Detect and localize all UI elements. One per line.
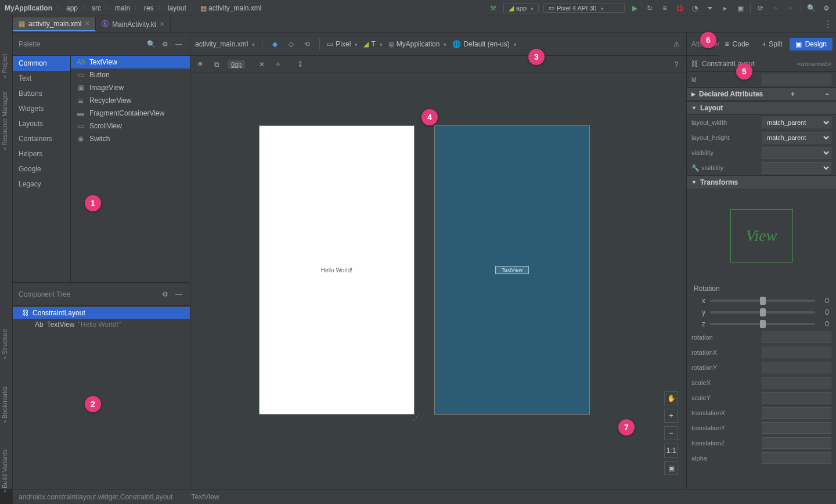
section-layout[interactable]: ▼Layout (687, 101, 836, 115)
stop-icon[interactable]: ≡ (660, 3, 670, 13)
zoom-in-button[interactable]: + (664, 409, 678, 423)
palette-item[interactable]: ▣ImageView (71, 81, 190, 94)
tool-window-resource-manager[interactable]: ▫ Resource Manager (1, 91, 8, 150)
palette-item[interactable]: ▭Button (71, 69, 190, 81)
tools-visibility-select[interactable] (762, 162, 831, 174)
design-mode-icon[interactable]: ◆ (269, 39, 280, 49)
run-config-dropdown[interactable]: ◢ app (503, 3, 539, 13)
device-dropdown[interactable]: ▭ Pixel 4 API 30 (543, 3, 625, 13)
minimize-icon[interactable]: — (174, 290, 184, 298)
palette-category[interactable]: Containers (13, 131, 70, 146)
attr-input[interactable] (762, 392, 831, 404)
blueprint-textview[interactable]: TextView (495, 266, 529, 274)
orientation-icon[interactable]: ⟲ (302, 39, 312, 49)
avd-icon[interactable]: ▫ (770, 3, 781, 13)
remove-attr-button[interactable]: − (823, 90, 831, 98)
palette-category[interactable]: Helpers (13, 146, 70, 161)
section-transforms[interactable]: ▼Transforms (687, 175, 836, 189)
breadcrumb-item[interactable]: res (144, 4, 154, 12)
palette-category[interactable]: Layouts (13, 116, 70, 131)
palette-item[interactable]: ≣RecyclerView (71, 94, 190, 107)
search-icon[interactable]: 🔍 (146, 40, 156, 48)
attr-input[interactable] (762, 347, 831, 358)
layout-height-select[interactable]: match_parent (762, 132, 831, 143)
attr-input[interactable] (762, 452, 831, 464)
section-declared[interactable]: ▶Declared Attributes + − (687, 87, 836, 101)
slider-track[interactable] (710, 300, 815, 302)
resize-handle-icon[interactable]: ⋰ (413, 413, 420, 421)
tool-window-build-variants[interactable]: ▫ Build Variants (1, 449, 8, 492)
slider-thumb[interactable] (760, 297, 766, 305)
close-icon[interactable]: ✕ (160, 21, 164, 27)
breadcrumb-item[interactable]: layout (168, 4, 186, 12)
slider-thumb[interactable] (760, 308, 766, 316)
view-code-button[interactable]: ≡ Code (719, 38, 755, 51)
tabs-overflow-icon[interactable]: ⋮ (823, 19, 833, 30)
zoom-1to1-button[interactable]: 1:1 (664, 444, 678, 458)
warnings-icon[interactable]: ⚠ (671, 39, 682, 49)
theme-dd[interactable]: ◎ MyApplication (388, 40, 447, 48)
palette-category[interactable]: Widgets (13, 101, 70, 116)
slider-track[interactable] (710, 311, 815, 314)
attr-input[interactable] (762, 407, 831, 419)
align-icon[interactable]: ↧ (295, 59, 305, 70)
minimize-icon[interactable]: — (174, 40, 184, 48)
preview-design[interactable]: Hello World! ⋰ (259, 125, 415, 415)
margin-chip[interactable]: 0dp (228, 60, 245, 69)
attr-input[interactable] (762, 422, 831, 434)
editor-tab[interactable]: ▦activity_main.xml✕ (13, 17, 96, 31)
attach-icon[interactable]: ▸ (720, 3, 730, 13)
clear-constraints-icon[interactable]: ✕ (257, 59, 267, 70)
search-icon[interactable]: 🔍 (806, 3, 816, 13)
eye-icon[interactable]: 👁 (195, 59, 206, 70)
device-dd[interactable]: ▭ Pixel (327, 40, 358, 48)
api-dd[interactable]: ◢ T (363, 40, 382, 48)
zoom-fit-button[interactable]: ▣ (664, 461, 678, 475)
tool-window-structure[interactable]: ▫ Structure (1, 329, 8, 359)
breadcrumb-item[interactable]: main (115, 4, 130, 12)
locale-dd[interactable]: 🌐 Default (en-us) (452, 40, 516, 48)
profile-icon[interactable]: ◔ (690, 3, 700, 13)
canvas[interactable]: Hello World! ⋰ TextView ✋ + − 1:1 ▣ (190, 73, 686, 489)
attr-input[interactable] (762, 332, 831, 343)
attr-input[interactable] (762, 362, 831, 373)
debug-icon[interactable]: 🐞 (675, 3, 685, 13)
tree-row[interactable]: AbTextView "Hello World!" (13, 319, 190, 330)
view-split-button[interactable]: ⫞ Split (756, 38, 788, 51)
preview-blueprint[interactable]: TextView (434, 125, 590, 415)
visibility-select[interactable] (762, 147, 831, 159)
pan-icon[interactable]: ✋ (664, 391, 678, 405)
build-icon[interactable]: ⚒ (488, 3, 499, 13)
attr-input[interactable] (762, 377, 831, 388)
infer-constraints-icon[interactable]: ✧ (273, 59, 283, 70)
gear-icon[interactable]: ⚙ (160, 40, 170, 48)
tool-window-project[interactable]: ▫ Project (1, 54, 8, 78)
rerun-icon[interactable]: ↻ (644, 3, 655, 13)
palette-item[interactable]: ▬FragmentContainerView (71, 107, 190, 120)
tool-window-bookmarks[interactable]: ▫ Bookmarks (1, 387, 8, 423)
palette-category[interactable]: Text (13, 71, 70, 86)
help-icon[interactable]: ? (671, 59, 682, 70)
breadcrumb-item[interactable]: app (66, 4, 78, 12)
sync-icon[interactable]: ⟳ (755, 3, 766, 13)
close-icon[interactable]: ✕ (85, 20, 89, 27)
tree-row[interactable]: ⛓ConstraintLayout (13, 307, 190, 319)
palette-category[interactable]: Legacy (13, 177, 70, 192)
palette-item[interactable]: ◉Switch (71, 132, 190, 145)
palette-category[interactable]: Common (13, 56, 70, 71)
layout-inspector-icon[interactable]: ▣ (735, 3, 745, 13)
breadcrumb-item[interactable]: ▦ activity_main.xml (200, 4, 262, 12)
breadcrumb-item[interactable]: MyApplication (5, 4, 52, 12)
slider-thumb[interactable] (760, 320, 766, 328)
palette-category[interactable]: Buttons (13, 86, 70, 101)
zoom-out-button[interactable]: − (664, 426, 678, 440)
magnet-icon[interactable]: ⧉ (211, 59, 222, 70)
palette-item[interactable]: ▭ScrollView (71, 120, 190, 132)
settings-icon[interactable]: ⚙ (821, 3, 831, 13)
view-design-button[interactable]: ▣ Design (790, 38, 833, 51)
run-icon[interactable]: ▶ (629, 3, 640, 13)
palette-item[interactable]: AbTextView (71, 56, 190, 69)
add-attr-button[interactable]: + (788, 90, 797, 98)
sdk-icon[interactable]: ▫ (785, 3, 796, 13)
coverage-icon[interactable]: ⏷ (705, 3, 715, 13)
